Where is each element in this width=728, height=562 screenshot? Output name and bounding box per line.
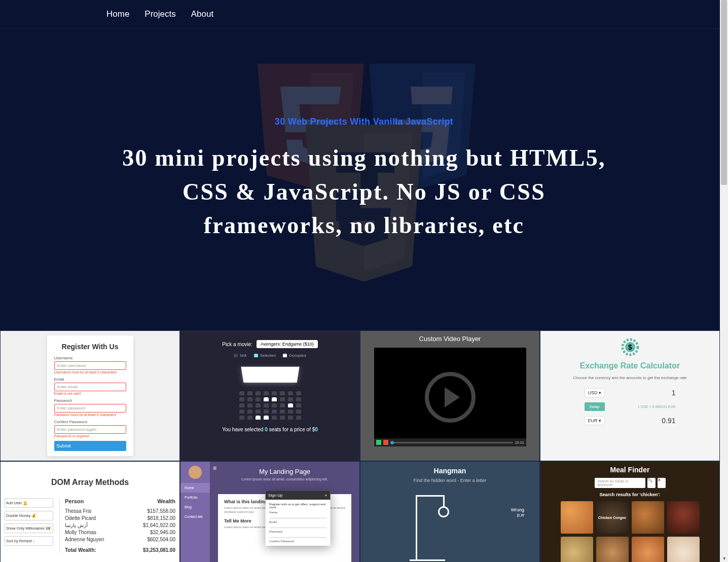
email-input: Enter email: [54, 383, 126, 391]
video-element: 00:00: [374, 348, 526, 446]
currency-one: USD ▾: [585, 388, 605, 397]
modal-subtitle: Register with us to get offers, support …: [269, 503, 326, 509]
meal-thumb: [632, 537, 664, 562]
confirm-error: Password2 is required: [54, 434, 126, 438]
seat-legend: N/A Selected Occupied: [234, 353, 306, 358]
meal-title: Meal Finder: [610, 466, 650, 474]
swap-button: Swap: [585, 402, 605, 411]
top-nav: Home Projects About: [0, 0, 728, 29]
avatar: [189, 466, 202, 479]
gallows-figure: [410, 495, 460, 561]
table-row: Odette Picard$818,152.00: [65, 515, 175, 521]
show-millionaires-button: Show Only Millionaires 💵: [5, 523, 53, 533]
table-row: Adrienne Nguyen$602,504.00: [65, 537, 175, 542]
search-input: Search for meals or keywords: [595, 478, 645, 488]
search-button: 🔍: [647, 478, 656, 488]
project-card-exchange-rate[interactable]: $ Exchange Rate Calculator Choose the cu…: [540, 330, 720, 461]
hamburger-icon: ≡: [213, 465, 216, 472]
confirm-label: Confirm Password: [54, 420, 126, 424]
exchange-desc: Choose the currency and the amounts to g…: [573, 376, 686, 380]
scroll-down-icon[interactable]: ▾: [720, 554, 728, 562]
sort-button: Sort by Richest ↓: [5, 536, 53, 546]
play-button: [376, 440, 381, 445]
username-error: Username must be at least 3 characters: [54, 370, 126, 374]
hero-title: 30 mini projects using nothing but HTML5…: [113, 141, 615, 243]
landing-sub: Lorem ipsum dolor sit amet, consectetur …: [210, 477, 359, 481]
projects-grid: Register With Us UsernameEnter usernameU…: [0, 330, 720, 562]
password-error: Password must be at least 6 characters: [54, 413, 126, 417]
password-input: Enter password: [54, 404, 126, 413]
sidebar-item-blog: Blog: [180, 502, 210, 512]
landing-title: My Landing Page: [210, 462, 359, 475]
nav-projects[interactable]: Projects: [144, 9, 175, 19]
hangman-sub: Find the hidden word - Enter a letter: [414, 478, 487, 483]
project-card-video-player[interactable]: Custom Video Player 00:00: [360, 330, 540, 461]
screen: [241, 367, 299, 383]
table-row: آرش پارسا$1,641,922.00: [65, 522, 175, 528]
seats-grid: [239, 391, 301, 420]
col-wealth: Wealth: [157, 498, 175, 504]
play-icon: [425, 372, 476, 423]
scrollbar[interactable]: ▾: [720, 0, 728, 562]
wrong-letters: Wrong p,w: [511, 507, 524, 517]
hero-section: 30 Web Projects With Vanilla JavaScript …: [0, 29, 728, 330]
hero-subtitle: 30 Web Projects With Vanilla JavaScript: [275, 117, 453, 127]
amount-two: 0.91: [635, 417, 676, 425]
username-input: Enter username: [54, 361, 126, 370]
close-icon: ×: [324, 493, 327, 498]
double-money-button: Double Money 💰: [5, 511, 53, 520]
table-row: Molly Thomas$32,945.00: [65, 530, 175, 535]
stop-button: [383, 440, 388, 445]
project-card-hangman[interactable]: Hangman Find the hidden word - Enter a l…: [360, 461, 540, 562]
timestamp: 00:00: [515, 441, 524, 444]
meals-grid: Chicken Congee: [561, 501, 700, 562]
project-card-dom-array[interactable]: DOM Array Methods Add User 👱 Double Mone…: [0, 461, 180, 562]
sidebar-item-portfolio: Portfolio: [180, 493, 210, 502]
movie-select: Avengers: Endgame ($10): [257, 340, 318, 348]
form-title: Register With Us: [54, 343, 126, 351]
currency-two: EUR ▾: [585, 416, 605, 425]
col-person: Person: [65, 498, 84, 504]
project-card-movie-seat[interactable]: Pick a movie:Avengers: Endgame ($10) N/A…: [180, 330, 360, 461]
nav-about[interactable]: About: [191, 9, 213, 19]
total-row: Total Wealth:$3,253,081.00: [65, 545, 175, 553]
meal-thumb: [596, 537, 629, 562]
svg-text:$: $: [628, 343, 632, 351]
random-button: ✕: [658, 478, 666, 488]
hangman-title: Hangman: [434, 467, 466, 475]
email-error: Email is not valid: [54, 392, 126, 395]
meal-thumb: [667, 501, 700, 534]
modal-title: Sign Up: [268, 493, 282, 498]
rate-text: 1 USD = 0.906141 EUR: [638, 405, 676, 408]
sidebar-item-home: Home: [180, 483, 210, 493]
project-card-meal-finder[interactable]: Meal Finder Search for meals or keywords…: [540, 461, 720, 562]
pick-label: Pick a movie:: [222, 342, 252, 347]
scrollbar-thumb[interactable]: [721, 0, 727, 185]
video-controls: 00:00: [374, 438, 526, 446]
results-heading: Search results for 'chicken':: [600, 492, 661, 497]
seat-summary: You have selected 0 seats for a price of…: [222, 427, 318, 432]
email-label: Email: [54, 377, 126, 382]
meal-thumb: Chicken Congee: [596, 501, 629, 534]
signup-modal: Sign Up× Register with us to get offers,…: [265, 491, 330, 546]
confirm-input: Enter password again: [54, 425, 126, 434]
table-row: Thessa Fris$157,558.00: [65, 508, 175, 514]
exchange-title: Exchange Rate Calculator: [580, 361, 680, 370]
amount-one: 1: [635, 389, 676, 397]
dom-title: DOM Array Methods: [5, 478, 175, 487]
submit-button: Submit: [54, 441, 126, 451]
nav-home[interactable]: Home: [106, 9, 129, 19]
username-label: Username: [54, 356, 126, 360]
progress-bar: [390, 442, 513, 443]
add-user-button: Add User 👱: [5, 498, 53, 508]
meal-thumb: [561, 501, 593, 534]
project-card-form-validator[interactable]: Register With Us UsernameEnter usernameU…: [0, 330, 180, 461]
project-card-landing-page[interactable]: Home Portfolio Blog Contact Me ≡ My Land…: [180, 461, 360, 562]
dollar-gear-icon: $: [620, 337, 640, 357]
video-title: Custom Video Player: [419, 335, 481, 343]
meal-thumb: [667, 537, 700, 562]
sidebar-item-contact: Contact Me: [180, 512, 210, 521]
meal-thumb: [561, 537, 593, 562]
meal-thumb: [632, 501, 664, 534]
password-label: Password: [54, 398, 126, 403]
